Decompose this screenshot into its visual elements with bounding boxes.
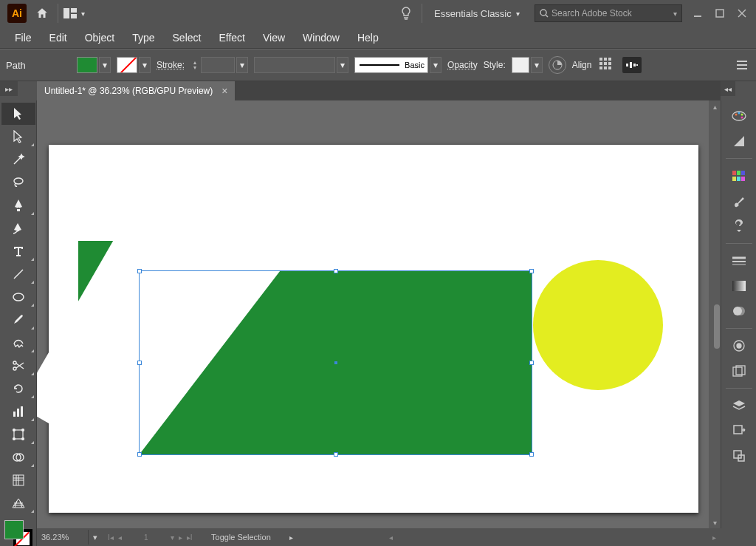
discover-button[interactable] bbox=[395, 2, 417, 24]
menu-select[interactable]: Select bbox=[164, 27, 210, 48]
perspective-grid-tool[interactable] bbox=[1, 492, 35, 514]
pen-tool[interactable] bbox=[1, 194, 35, 216]
mesh-tool[interactable] bbox=[1, 469, 35, 491]
menu-help[interactable]: Help bbox=[348, 27, 388, 48]
align-label[interactable]: Align bbox=[572, 60, 592, 70]
svg-rect-13 bbox=[630, 62, 632, 68]
menu-type[interactable]: Type bbox=[123, 27, 163, 48]
scroll-right-button[interactable]: ▸ bbox=[707, 533, 721, 542]
scroll-down-button[interactable]: ▾ bbox=[709, 516, 721, 528]
menu-file[interactable]: File bbox=[6, 27, 41, 48]
line-segment-tool[interactable] bbox=[1, 263, 35, 285]
svg-rect-25 bbox=[21, 406, 23, 417]
first-artboard-button[interactable]: I◂ bbox=[108, 533, 114, 542]
minimize-button[interactable] bbox=[687, 5, 709, 21]
yellow-circle[interactable] bbox=[533, 260, 663, 390]
brush-dropdown[interactable]: ▾ bbox=[430, 57, 441, 73]
lasso-tool[interactable] bbox=[1, 171, 35, 194]
variable-width-profile[interactable] bbox=[254, 57, 335, 73]
graphic-styles-panel-icon[interactable] bbox=[725, 360, 753, 382]
horizontal-scrollbar[interactable] bbox=[397, 533, 707, 541]
recolor-artwork-button[interactable] bbox=[549, 56, 566, 74]
stroke-panel-icon[interactable] bbox=[725, 250, 753, 272]
rotate-tool[interactable] bbox=[1, 378, 35, 400]
next-artboard-button[interactable]: ▸ bbox=[179, 533, 182, 542]
brush-definition[interactable]: Basic bbox=[354, 57, 428, 73]
graphic-style-swatch[interactable] bbox=[512, 57, 529, 73]
free-transform-tool[interactable] bbox=[1, 423, 35, 446]
artboards-panel-icon[interactable] bbox=[725, 445, 753, 467]
gradient-panel-icon[interactable] bbox=[725, 275, 753, 297]
artboard-number-field[interactable]: 1 bbox=[126, 533, 166, 542]
opacity-label[interactable]: Opacity bbox=[447, 60, 478, 70]
fill-swatch[interactable] bbox=[77, 57, 97, 73]
color-guide-panel-icon[interactable] bbox=[725, 130, 753, 152]
fill-dropdown[interactable]: ▾ bbox=[99, 57, 111, 73]
canvas-area[interactable]: ▴ ▾ bbox=[37, 100, 721, 528]
scroll-up-button[interactable]: ▴ bbox=[709, 100, 721, 112]
vertical-scrollbar[interactable]: ▴ ▾ bbox=[709, 100, 721, 528]
swatches-panel-icon[interactable] bbox=[725, 165, 753, 187]
control-overflow-button[interactable] bbox=[734, 57, 750, 73]
workspace-switcher[interactable]: Essentials Classic ▾ bbox=[427, 3, 530, 24]
stroke-control[interactable]: ▾ bbox=[117, 57, 151, 73]
magic-wand-tool[interactable] bbox=[1, 149, 35, 171]
scissors-tool[interactable] bbox=[1, 355, 35, 377]
last-artboard-button[interactable]: ▸I bbox=[187, 533, 193, 542]
transparency-panel-icon[interactable] bbox=[725, 300, 753, 322]
selection-tool[interactable] bbox=[1, 103, 35, 125]
stroke-label[interactable]: Stroke: bbox=[157, 60, 185, 70]
paintbrush-tool[interactable] bbox=[1, 309, 35, 331]
curvature-tool[interactable] bbox=[1, 217, 35, 239]
arrange-documents-button[interactable]: ▾ bbox=[63, 2, 85, 24]
appearance-panel-icon[interactable] bbox=[725, 335, 753, 357]
stroke-decrease[interactable]: ▾ bbox=[190, 66, 199, 70]
shape-builder-tool[interactable] bbox=[1, 446, 35, 468]
direct-selection-tool[interactable] bbox=[1, 126, 35, 148]
symbols-panel-icon[interactable] bbox=[725, 215, 753, 237]
layers-panel-icon[interactable] bbox=[725, 395, 753, 417]
menu-edit[interactable]: Edit bbox=[41, 27, 76, 48]
prev-artboard-button[interactable]: ◂ bbox=[118, 533, 122, 542]
isolate-button[interactable] bbox=[622, 57, 642, 73]
asset-export-panel-icon[interactable] bbox=[725, 420, 753, 442]
close-button[interactable] bbox=[731, 5, 753, 21]
tab-close-button[interactable]: × bbox=[221, 85, 227, 97]
menu-object[interactable]: Object bbox=[76, 27, 123, 48]
home-button[interactable] bbox=[31, 2, 53, 24]
svg-point-27 bbox=[13, 429, 16, 431]
search-stock-field[interactable]: Search Adobe Stock ▾ bbox=[535, 4, 682, 22]
chevron-down-icon: ▾ bbox=[673, 10, 677, 18]
style-dropdown[interactable]: ▾ bbox=[531, 57, 543, 73]
stroke-weight-field[interactable] bbox=[201, 57, 235, 73]
stroke-dropdown[interactable]: ▾ bbox=[139, 57, 151, 73]
stroke-swatch[interactable] bbox=[117, 57, 137, 73]
document-tab[interactable]: Untitled-1* @ 36.23% (RGB/GPU Preview) × bbox=[37, 81, 235, 100]
column-graph-tool[interactable] bbox=[1, 400, 35, 423]
zoom-level-field[interactable]: 36.23% bbox=[37, 530, 89, 545]
svg-point-28 bbox=[22, 429, 24, 431]
fill-stroke-indicator[interactable] bbox=[4, 520, 32, 546]
maximize-button[interactable] bbox=[709, 5, 731, 21]
align-panel-icon[interactable] bbox=[597, 57, 616, 73]
fill-indicator[interactable] bbox=[4, 520, 24, 539]
menu-view[interactable]: View bbox=[254, 27, 294, 48]
variable-width-dropdown[interactable]: ▾ bbox=[337, 57, 348, 73]
artboard-dropdown[interactable]: ▾ bbox=[171, 533, 174, 542]
menu-window[interactable]: Window bbox=[294, 27, 348, 48]
expand-panels-button[interactable]: ◂◂ bbox=[721, 81, 735, 96]
menu-effect[interactable]: Effect bbox=[210, 27, 254, 48]
brushes-panel-icon[interactable] bbox=[725, 190, 753, 212]
artboard[interactable] bbox=[49, 145, 698, 513]
expand-tools-button[interactable]: ▸▸ bbox=[0, 81, 18, 96]
zoom-dropdown[interactable]: ▾ bbox=[89, 533, 102, 542]
shaper-tool[interactable] bbox=[1, 332, 35, 354]
fill-control[interactable]: ▾ bbox=[77, 57, 111, 73]
color-panel-icon[interactable] bbox=[725, 105, 753, 127]
ellipse-tool[interactable] bbox=[1, 286, 35, 308]
vertical-scroll-thumb[interactable] bbox=[714, 304, 720, 349]
stroke-weight-dropdown[interactable]: ▾ bbox=[236, 57, 248, 73]
type-tool[interactable] bbox=[1, 240, 35, 262]
scroll-left-button[interactable]: ◂ bbox=[384, 533, 397, 542]
status-menu-button[interactable]: ▸ bbox=[284, 533, 298, 542]
